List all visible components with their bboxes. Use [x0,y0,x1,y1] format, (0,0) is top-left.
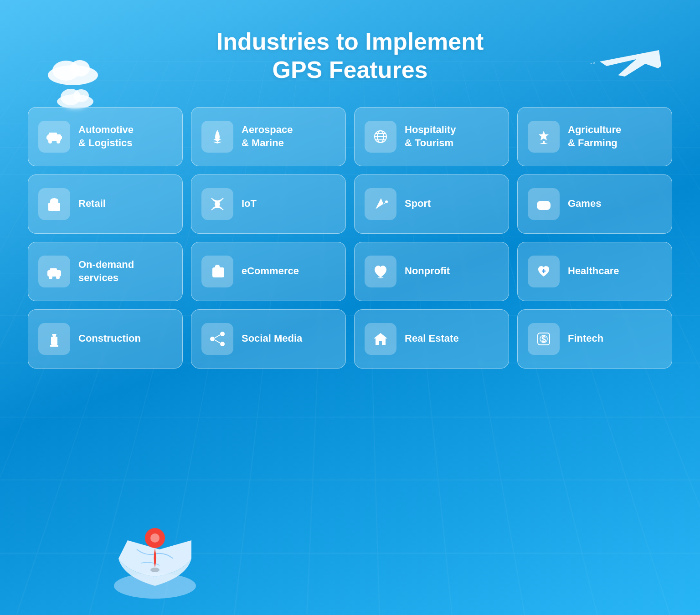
iot-label: IoT [242,197,257,210]
svg-line-48 [215,340,220,343]
fintech-icon: $ [528,323,560,355]
real-estate-label: Real Estate [405,332,459,345]
ecommerce-label: eCommerce [242,265,299,278]
nonprofit-icon [365,256,396,287]
agriculture-farming-label: Agriculture& Farming [568,123,621,149]
svg-line-47 [215,335,220,338]
nonprofit-label: Nonprofit [405,265,450,278]
industry-card-automotive-logistics[interactable]: Automotive& Logistics [28,107,183,166]
svg-point-26 [215,202,220,206]
sport-icon [365,188,396,220]
retail-label: Retail [78,197,106,210]
hospitality-tourism-label: Hospitality& Tourism [405,123,456,149]
industry-card-retail[interactable]: Retail [28,174,183,234]
svg-point-13 [48,140,52,144]
svg-point-45 [220,332,225,336]
svg-rect-11 [47,134,61,141]
industry-card-ecommerce[interactable]: eCommerce [191,242,346,301]
games-icon [528,188,560,220]
map-pin-decoration [105,513,205,606]
svg-point-17 [216,134,219,137]
industry-card-aerospace-marine[interactable]: Aerospace& Marine [191,107,346,166]
social-media-icon [201,323,233,355]
svg-rect-25 [52,206,56,211]
svg-point-44 [210,337,215,341]
svg-point-36 [56,276,60,279]
industry-card-hospitality-tourism[interactable]: Hospitality& Tourism [354,107,509,166]
sport-label: Sport [405,197,431,210]
page-content: Industries to Implement GPS Features Aut… [0,0,700,369]
industry-card-games[interactable]: Games [517,174,672,234]
industry-card-healthcare[interactable]: Healthcare [517,242,672,301]
industry-card-agriculture-farming[interactable]: Agriculture& Farming [517,107,672,166]
industry-card-iot[interactable]: IoT [191,174,346,234]
svg-rect-12 [49,133,57,135]
svg-rect-15 [46,136,48,139]
industry-card-construction[interactable]: Construction [28,309,183,369]
on-demand-label: On-demandservices [78,258,134,284]
real-estate-icon [365,323,396,355]
industry-card-sport[interactable]: Sport [354,174,509,234]
hospitality-tourism-icon [365,121,396,153]
games-label: Games [568,197,601,210]
ecommerce-icon [201,256,233,287]
healthcare-label: Healthcare [568,265,619,278]
industry-card-fintech[interactable]: $Fintech [517,309,672,369]
construction-label: Construction [78,332,141,345]
industry-card-real-estate[interactable]: Real Estate [354,309,509,369]
on-demand-icon [38,256,70,287]
industry-card-social-media[interactable]: Social Media [191,309,346,369]
svg-point-32 [546,206,548,208]
iot-icon [201,188,233,220]
svg-rect-43 [53,338,56,343]
svg-point-35 [49,276,52,279]
retail-icon [38,188,70,220]
industry-card-nonprofit[interactable]: Nonprofit [354,242,509,301]
svg-point-31 [546,204,548,205]
svg-point-10 [150,568,160,572]
aerospace-marine-icon [201,121,233,153]
aerospace-marine-label: Aerospace& Marine [242,123,293,149]
svg-point-9 [150,533,160,543]
construction-icon [38,323,70,355]
svg-rect-30 [543,201,545,207]
svg-rect-37 [58,271,61,275]
healthcare-icon [528,256,560,287]
svg-rect-42 [50,345,58,347]
svg-rect-34 [50,268,57,271]
fintech-label: Fintech [568,332,603,345]
automotive-logistics-icon [38,121,70,153]
svg-rect-16 [60,136,62,139]
industry-card-on-demand[interactable]: On-demandservices [28,242,183,301]
svg-point-27 [385,200,388,203]
automotive-logistics-label: Automotive& Logistics [78,123,134,149]
svg-point-14 [57,140,60,144]
agriculture-farming-icon [528,121,560,153]
page-title: Industries to Implement GPS Features [216,27,484,84]
social-media-label: Social Media [242,332,302,345]
industries-grid: Automotive& LogisticsAerospace& MarineHo… [0,107,700,369]
svg-point-46 [220,342,225,346]
svg-rect-38 [212,267,224,277]
